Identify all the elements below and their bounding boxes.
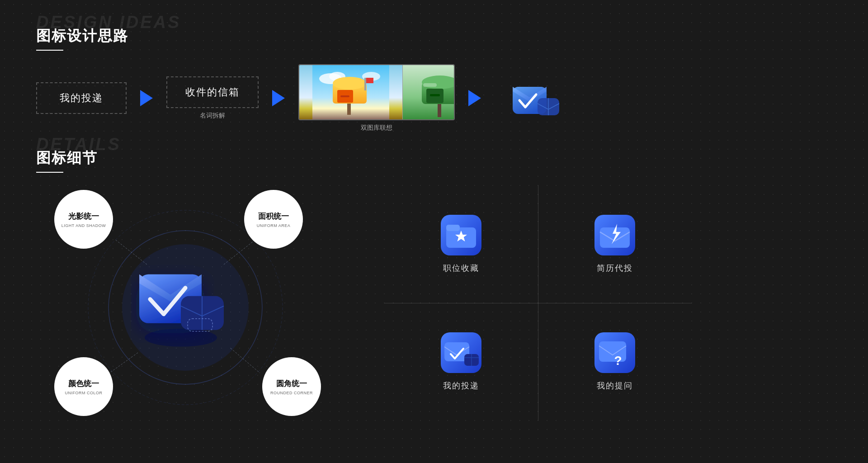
svg-point-6 bbox=[333, 77, 366, 90]
deliver-label: 我的投递 bbox=[443, 380, 479, 391]
flow-images bbox=[298, 64, 455, 120]
flow-step2-caption: 名词拆解 bbox=[200, 112, 225, 120]
label-light-shadow: 光影统一 LIGHT AND SHADOW bbox=[54, 190, 113, 249]
final-icon-wrapper bbox=[508, 71, 562, 125]
favorite-label: 职位收藏 bbox=[443, 263, 479, 274]
flow-row: 我的投递 收件的信箱 名词拆解 bbox=[36, 64, 832, 132]
flow-arrow-1 bbox=[140, 90, 153, 106]
svg-rect-7 bbox=[364, 78, 366, 90]
icon-grid: 职位收藏 简历代投 bbox=[384, 185, 692, 420]
icon-cell-favorite: 职位收藏 bbox=[384, 185, 538, 303]
svg-rect-8 bbox=[366, 78, 373, 83]
detail-diagram: 光影统一 LIGHT AND SHADOW 面积统一 UNIFORM AREA … bbox=[36, 176, 344, 430]
icon-cell-deliver: 我的投递 bbox=[384, 303, 538, 420]
flow-step3-wrapper: 双图库联想 bbox=[298, 64, 455, 132]
center-icon bbox=[131, 247, 231, 349]
details-divider bbox=[36, 172, 63, 173]
details-section: DETAILS 图标细节 bbox=[36, 136, 832, 173]
mailbox-image-1 bbox=[299, 65, 402, 119]
flow-arrow-3 bbox=[468, 90, 481, 106]
mailbox-image-2 bbox=[403, 65, 454, 119]
svg-rect-18 bbox=[430, 94, 440, 96]
svg-line-28 bbox=[231, 348, 260, 373]
flow-arrow-2 bbox=[272, 90, 285, 106]
design-ideas-divider bbox=[36, 50, 63, 51]
flow-step2: 收件的信箱 bbox=[166, 76, 259, 108]
svg-rect-10 bbox=[340, 95, 349, 97]
final-app-icon bbox=[508, 71, 562, 125]
svg-rect-19 bbox=[423, 83, 437, 87]
resume-label: 简历代投 bbox=[597, 263, 633, 274]
label-rounded-corner: 圆角统一 ROUNDED CORNER bbox=[262, 357, 321, 416]
icon-cell-question: ? 我的提问 bbox=[538, 303, 692, 420]
icon-cell-resume: 简历代投 bbox=[538, 185, 692, 303]
resume-icon bbox=[594, 215, 635, 255]
svg-rect-37 bbox=[446, 225, 460, 231]
question-icon: ? bbox=[594, 332, 635, 373]
svg-rect-47 bbox=[599, 341, 626, 362]
deliver-icon bbox=[441, 332, 481, 373]
favorite-icon bbox=[441, 215, 481, 255]
details-title: 图标细节 bbox=[36, 148, 832, 168]
question-label: 我的提问 bbox=[597, 380, 633, 391]
flow-step1: 我的投递 bbox=[36, 82, 127, 114]
design-ideas-section: DESIGN IDEAS 图标设计思路 我的投递 收件的信箱 名词拆解 bbox=[36, 14, 832, 132]
label-area: 面积统一 UNIFORM AREA bbox=[244, 190, 303, 249]
page-wrapper: DESIGN IDEAS 图标设计思路 我的投递 收件的信箱 名词拆解 bbox=[0, 0, 868, 463]
svg-text:?: ? bbox=[614, 354, 622, 368]
flow-step3-caption: 双图库联想 bbox=[361, 124, 392, 132]
label-color: 颜色统一 UNIFORM COLOR bbox=[54, 357, 113, 416]
flow-step2-wrapper: 收件的信箱 名词拆解 bbox=[166, 76, 259, 120]
